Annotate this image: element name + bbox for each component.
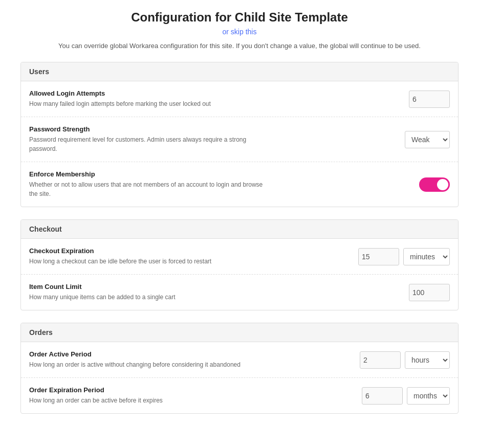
config-label-item-count-limit: Item Count LimitHow many unique items ca… xyxy=(29,283,265,302)
section-checkout: CheckoutCheckout ExpirationHow long a ch… xyxy=(20,219,459,310)
section-orders: OrdersOrder Active PeriodHow long an ord… xyxy=(20,323,459,414)
config-label-enforce-membership: Enforce MembershipWhether or not to allo… xyxy=(29,170,265,198)
number-input-order-expiration-period[interactable] xyxy=(362,387,403,405)
config-title-password-strength: Password Strength xyxy=(29,125,265,133)
select-input-password-strength[interactable]: WeakMediumStrong xyxy=(405,131,450,148)
config-desc-checkout-expiration: How long a checkout can be idle before t… xyxy=(29,257,265,266)
config-desc-allowed-login-attempts: How many failed login attempts before ma… xyxy=(29,99,265,108)
section-header-checkout: Checkout xyxy=(21,220,458,239)
number-input-order-active-period[interactable] xyxy=(360,351,401,369)
config-desc-order-expiration-period: How long an order can be active before i… xyxy=(29,396,265,405)
config-label-order-active-period: Order Active PeriodHow long an order is … xyxy=(29,350,265,369)
section-users: UsersAllowed Login AttemptsHow many fail… xyxy=(20,62,459,207)
config-control-allowed-login-attempts xyxy=(409,91,450,108)
config-control-order-active-period: minuteshoursdaysweeks xyxy=(360,351,450,369)
config-title-item-count-limit: Item Count Limit xyxy=(29,283,265,290)
config-label-password-strength: Password StrengthPassword requirement le… xyxy=(29,125,265,153)
config-control-order-expiration-period: daysweeksmonthsyears xyxy=(362,387,450,405)
select-input-checkout-expiration[interactable]: secondsminuteshoursdays xyxy=(403,248,450,265)
config-row-password-strength: Password StrengthPassword requirement le… xyxy=(21,117,458,162)
select-input-order-active-period[interactable]: minuteshoursdaysweeks xyxy=(405,351,450,369)
config-title-order-expiration-period: Order Expiration Period xyxy=(29,386,265,394)
config-row-checkout-expiration: Checkout ExpirationHow long a checkout c… xyxy=(21,239,458,275)
config-label-allowed-login-attempts: Allowed Login AttemptsHow many failed lo… xyxy=(29,89,265,108)
config-label-order-expiration-period: Order Expiration PeriodHow long an order… xyxy=(29,386,265,405)
config-row-order-active-period: Order Active PeriodHow long an order is … xyxy=(21,342,458,378)
config-control-checkout-expiration: secondsminuteshoursdays xyxy=(358,248,450,265)
toggle-label-enforce-membership: NO xyxy=(439,182,447,187)
config-desc-order-active-period: How long an order is active without chan… xyxy=(29,360,265,369)
config-desc-item-count-limit: How many unique items can be added to a … xyxy=(29,293,265,302)
section-header-orders: Orders xyxy=(21,323,458,342)
toggle-slider-enforce-membership: NO xyxy=(419,177,450,192)
number-input-allowed-login-attempts[interactable] xyxy=(409,91,450,108)
number-input-checkout-expiration[interactable] xyxy=(358,248,399,265)
config-control-password-strength: WeakMediumStrong xyxy=(405,131,450,148)
page-title: Configuration for Child Site Template xyxy=(20,10,459,25)
config-row-enforce-membership: Enforce MembershipWhether or not to allo… xyxy=(21,162,458,207)
config-row-allowed-login-attempts: Allowed Login AttemptsHow many failed lo… xyxy=(21,81,458,117)
toggle-wrapper-enforce-membership: NO xyxy=(419,177,450,192)
config-control-enforce-membership: NO xyxy=(419,177,450,192)
config-desc-password-strength: Password requirement level for customers… xyxy=(29,135,265,153)
page-subtitle: You can override global Workarea configu… xyxy=(20,42,459,50)
config-title-allowed-login-attempts: Allowed Login Attempts xyxy=(29,89,265,97)
number-input-item-count-limit[interactable] xyxy=(409,284,450,301)
config-title-order-active-period: Order Active Period xyxy=(29,350,265,358)
config-row-item-count-limit: Item Count LimitHow many unique items ca… xyxy=(21,275,458,310)
config-control-item-count-limit xyxy=(409,284,450,301)
config-label-checkout-expiration: Checkout ExpirationHow long a checkout c… xyxy=(29,247,265,266)
select-input-order-expiration-period[interactable]: daysweeksmonthsyears xyxy=(407,387,450,405)
skip-link[interactable]: or skip this xyxy=(20,28,459,36)
config-desc-enforce-membership: Whether or not to allow users that are n… xyxy=(29,180,265,198)
config-title-checkout-expiration: Checkout Expiration xyxy=(29,247,265,255)
config-title-enforce-membership: Enforce Membership xyxy=(29,170,265,178)
toggle-enforce-membership[interactable]: NO xyxy=(419,177,450,192)
section-header-users: Users xyxy=(21,62,458,81)
config-row-order-expiration-period: Order Expiration PeriodHow long an order… xyxy=(21,378,458,413)
